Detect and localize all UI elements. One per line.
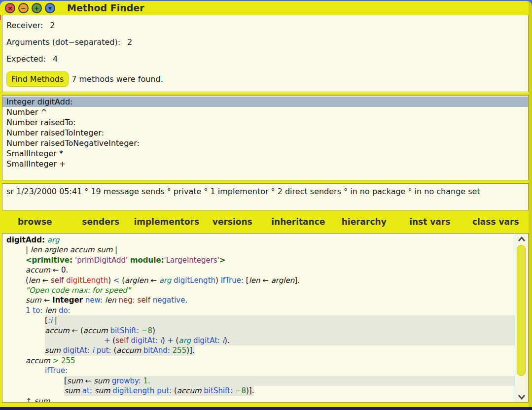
list-item[interactable]: SmallInteger + [2, 159, 528, 169]
code-line: "Open code max: for speed" [2, 285, 515, 295]
query-panel: Receiver: 2 Arguments (dot−separated): 2… [2, 15, 529, 92]
code-line: ↑ sum [2, 396, 515, 403]
list-item[interactable]: Number raisedTo: [2, 117, 528, 128]
scroll-up-icon[interactable] [515, 234, 528, 244]
code-text[interactable]: digitAdd: arg| len arglen accum sum |<pr… [2, 234, 515, 402]
expected-label: Expected: [6, 54, 46, 64]
code-line: | len arglen accum sum | [2, 245, 515, 255]
code-line: (len ← self digitLength) < (arglen ← arg… [2, 275, 515, 285]
toolbar-button-implementors[interactable]: implementors [134, 217, 200, 227]
arguments-value[interactable]: 2 [127, 37, 132, 47]
method-finder-window: ×−+▾ Method Finder Receiver: 2 Arguments… [0, 1, 532, 407]
code-line: [:i | [2, 315, 515, 325]
toolbar-button-senders[interactable]: senders [68, 217, 134, 227]
toolbar-button-inst-vars[interactable]: inst vars [397, 217, 463, 227]
window-controls: ×−+▾ [5, 3, 55, 13]
code-line: <primitive: 'primDigitAdd' module:'Large… [2, 255, 515, 265]
scrollbar[interactable] [515, 234, 528, 402]
code-line: sum digitAt: i put: (accum bitAnd: 255)]… [2, 345, 515, 355]
code-line: [sum ← sum growby: 1. [2, 376, 515, 386]
toolbar: browsesendersimplementorsversionsinherit… [2, 210, 529, 233]
expected-value[interactable]: 4 [53, 54, 58, 64]
code-line: accum ← (accum bitShift: −8) [2, 326, 515, 336]
list-item[interactable]: Number raisedToNegativeInteger: [2, 138, 528, 148]
toolbar-button-inheritance[interactable]: inheritance [265, 217, 331, 227]
code-line: sum at: sum digitLength put: (accum bitS… [2, 386, 515, 396]
status-text: sr 1/23/2000 05:41 ° 19 message sends ° … [6, 187, 480, 196]
arguments-label: Arguments (dot−separated): [6, 37, 120, 47]
scroll-down-icon[interactable] [515, 392, 528, 402]
window-titlebar: ×−+▾ Method Finder [2, 1, 529, 15]
code-line: accum > 255 [2, 356, 515, 366]
toolbar-button-hierarchy[interactable]: hierarchy [331, 217, 397, 227]
code-line: 1 to: len do: [2, 306, 515, 315]
code-line: ifTrue: [2, 366, 515, 376]
list-item[interactable]: Integer digitAdd: [2, 97, 528, 107]
expand-icon[interactable]: + [32, 3, 42, 13]
list-item[interactable]: Number ^ [2, 107, 528, 117]
code-line: digitAdd: arg [2, 235, 515, 245]
code-editor: digitAdd: arg| len arglen accum sum |<pr… [2, 233, 529, 403]
find-methods-button[interactable]: Find Methods [6, 71, 69, 87]
code-line: sum ← Integer new: len neg: self negativ… [2, 295, 515, 305]
toolbar-button-class-vars[interactable]: class vars [463, 217, 529, 227]
results-count-text: 7 methods were found. [71, 74, 163, 84]
results-list: Integer digitAdd:Number ^Number raisedTo… [2, 95, 529, 180]
code-line: + (self digitAt: i) + (arg digitAt: i). [2, 336, 515, 345]
frame-accent-notch [0, 15, 0, 20]
toolbar-button-versions[interactable]: versions [200, 217, 266, 227]
minimize-icon[interactable]: − [18, 3, 29, 13]
receiver-value[interactable]: 2 [50, 21, 55, 30]
menu-icon[interactable]: ▾ [45, 3, 55, 13]
receiver-label: Receiver: [6, 21, 43, 30]
window-title: Method Finder [67, 2, 144, 13]
desktop-bottom-strip [0, 407, 532, 410]
list-item[interactable]: SmallInteger * [2, 148, 528, 159]
desktop-background: ×−+▾ Method Finder Receiver: 2 Arguments… [0, 0, 532, 410]
scrollbar-thumb[interactable] [517, 245, 526, 376]
code-line: accum ← 0. [2, 265, 515, 275]
status-bar: sr 1/23/2000 05:41 ° 19 message sends ° … [2, 183, 529, 210]
toolbar-button-browse[interactable]: browse [2, 217, 68, 227]
close-icon[interactable]: × [5, 3, 15, 13]
list-item[interactable]: Number raisedToInteger: [2, 128, 528, 138]
